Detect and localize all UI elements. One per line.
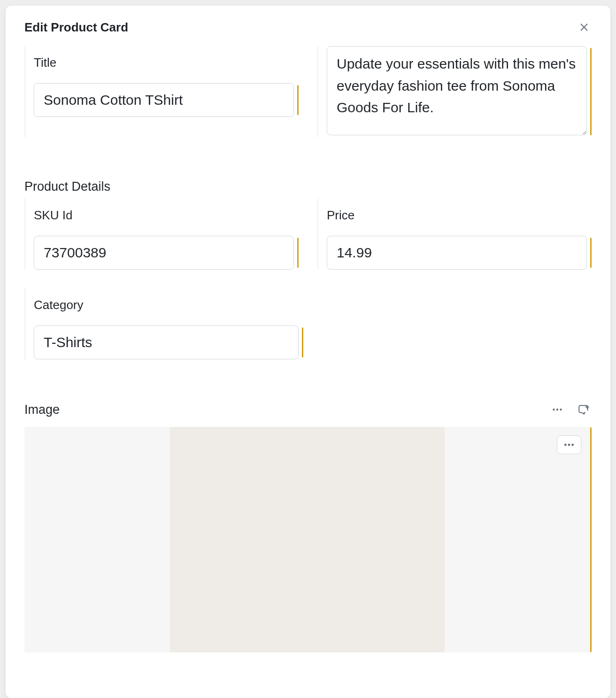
comment-plus-icon xyxy=(578,403,590,416)
ellipsis-icon xyxy=(551,403,563,416)
svg-point-2 xyxy=(553,409,554,411)
image-overflow-button[interactable] xyxy=(557,435,581,454)
add-comment-button[interactable] xyxy=(576,402,592,418)
description-field-block xyxy=(317,46,592,137)
svg-point-15 xyxy=(564,444,567,446)
product-image-frame xyxy=(24,427,592,652)
modal-body[interactable]: Title Product Details SKU Id xyxy=(6,46,610,698)
modal-header: Edit Product Card xyxy=(6,6,610,46)
sku-input[interactable] xyxy=(34,236,294,270)
details-row-1: SKU Id Price xyxy=(24,199,592,270)
svg-point-16 xyxy=(568,444,570,446)
empty-col xyxy=(322,288,592,359)
category-input[interactable] xyxy=(34,326,299,359)
accent-bar xyxy=(590,238,592,268)
sku-label: SKU Id xyxy=(34,208,299,223)
sku-field-block: SKU Id xyxy=(24,199,299,270)
close-button[interactable] xyxy=(577,20,592,35)
sku-input-wrap xyxy=(34,236,299,270)
category-label: Category xyxy=(34,298,303,312)
close-icon xyxy=(579,22,589,32)
title-label: Title xyxy=(34,55,299,70)
description-textarea[interactable] xyxy=(327,46,587,135)
accent-bar xyxy=(590,48,592,135)
image-section-header: Image xyxy=(24,402,592,418)
product-details-heading: Product Details xyxy=(24,179,592,194)
title-field-block: Title xyxy=(24,46,299,137)
basic-info-row: Title xyxy=(24,46,592,137)
spacer xyxy=(24,270,592,288)
image-pad-left xyxy=(24,427,170,652)
accent-bar xyxy=(302,327,303,357)
more-actions-button[interactable] xyxy=(549,402,565,418)
image-center-bg xyxy=(170,427,445,652)
price-input[interactable] xyxy=(327,236,587,270)
image-section-actions xyxy=(549,402,592,418)
title-input[interactable] xyxy=(34,83,294,117)
ellipsis-icon xyxy=(563,439,575,451)
accent-bar xyxy=(590,427,592,652)
image-pad-right xyxy=(445,427,590,652)
svg-point-17 xyxy=(571,444,574,446)
modal-title: Edit Product Card xyxy=(24,20,128,35)
accent-bar xyxy=(297,85,299,115)
svg-point-3 xyxy=(556,409,558,411)
price-field-block: Price xyxy=(317,199,592,270)
accent-bar xyxy=(297,238,299,268)
spacer xyxy=(24,137,592,179)
image-section-title: Image xyxy=(24,403,60,417)
price-label: Price xyxy=(327,208,592,223)
details-row-2: Category xyxy=(24,288,592,359)
svg-point-4 xyxy=(560,409,562,411)
description-input-wrap xyxy=(327,46,592,137)
price-input-wrap xyxy=(327,236,592,270)
category-field-block: Category xyxy=(24,288,303,359)
title-input-wrap xyxy=(34,83,299,117)
edit-product-modal: Edit Product Card Title xyxy=(6,6,610,698)
category-input-wrap xyxy=(34,326,303,359)
spacer xyxy=(24,359,592,402)
